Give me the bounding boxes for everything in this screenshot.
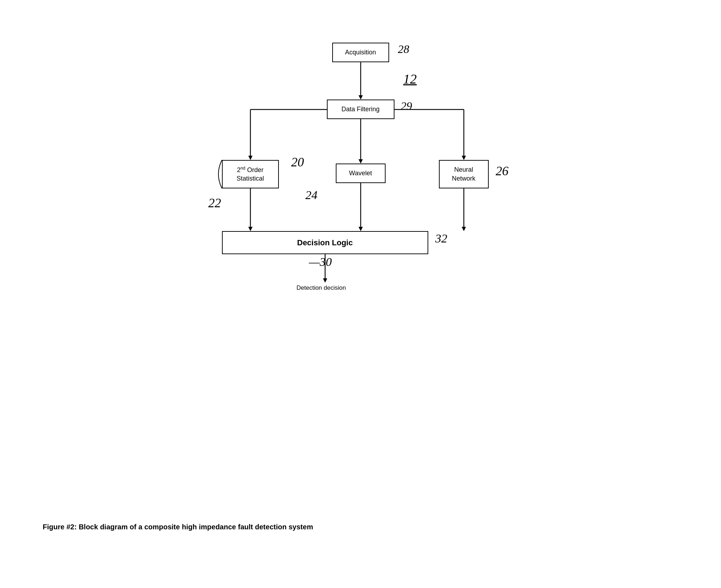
ref-12: 12 <box>403 71 417 87</box>
ref-28: 28 <box>398 43 409 56</box>
acquisition-label: Acquisition <box>345 49 376 56</box>
svg-marker-17 <box>323 278 327 283</box>
neural-network-box: Neural Network <box>439 160 489 188</box>
data-filtering-box: Data Filtering <box>327 100 394 119</box>
svg-marker-15 <box>462 227 466 231</box>
detection-decision-label: Detection decision <box>297 284 346 292</box>
decision-logic-label: Decision Logic <box>297 238 352 247</box>
statistical-box: 2nd Order Statistical <box>222 160 279 188</box>
data-filtering-label: Data Filtering <box>341 106 380 113</box>
svg-marker-11 <box>248 227 253 231</box>
svg-marker-9 <box>462 156 466 160</box>
ref-22: 22 <box>208 196 221 210</box>
ref-20: 20 <box>291 155 304 170</box>
decision-logic-box: Decision Logic <box>222 231 428 254</box>
ref-26: 26 <box>496 164 509 178</box>
wavelet-box: Wavelet <box>336 164 386 183</box>
statistical-label: 2nd Order Statistical <box>237 166 264 183</box>
ref-30: —30 <box>309 255 332 269</box>
svg-marker-13 <box>359 227 363 231</box>
figure-caption: Figure #2: Block diagram of a composite … <box>43 523 313 531</box>
ref-29: 29 <box>401 100 412 113</box>
neural-label: Neural Network <box>452 165 475 183</box>
ref-32: 32 <box>435 232 447 245</box>
wavelet-label: Wavelet <box>349 170 372 177</box>
svg-marker-6 <box>359 159 363 164</box>
diagram-arrows <box>201 21 521 412</box>
svg-marker-1 <box>359 95 363 100</box>
svg-marker-4 <box>248 156 253 160</box>
ref-24: 24 <box>306 188 318 202</box>
acquisition-box: Acquisition <box>332 43 389 62</box>
diagram-container: Acquisition 28 12 Data Filtering 29 2nd … <box>201 21 521 412</box>
